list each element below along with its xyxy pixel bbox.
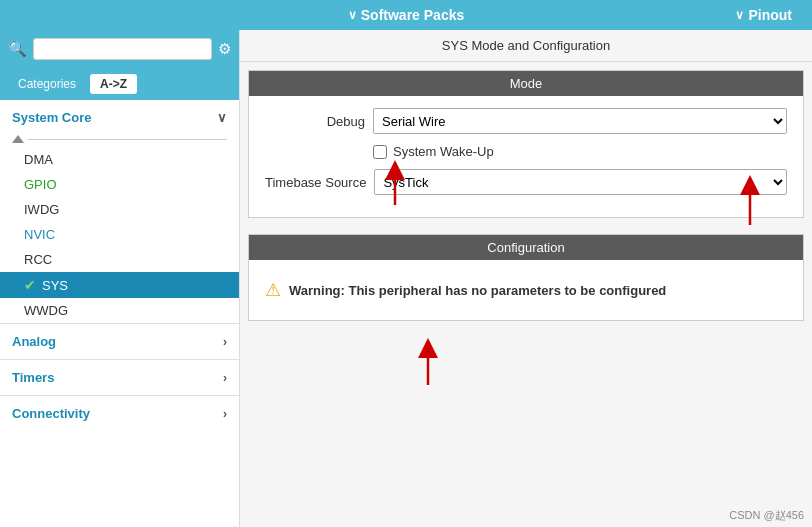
- mode-title: Mode: [249, 71, 803, 96]
- sidebar-section-connectivity[interactable]: Connectivity ›: [0, 395, 239, 431]
- sidebar-toolbar: 🔍 ⚙: [0, 30, 239, 68]
- timebase-select[interactable]: SysTick TIM1 TIM2: [374, 169, 787, 195]
- top-bar: ∨ Software Packs ∨ Pinout: [0, 0, 812, 30]
- sidebar-item-wwdg[interactable]: WWDG: [0, 298, 239, 323]
- tab-az[interactable]: A->Z: [90, 74, 137, 94]
- chevron-right-analog-icon: ›: [223, 335, 227, 349]
- connectivity-label: Connectivity: [12, 406, 90, 421]
- system-wakeup-row: System Wake-Up: [265, 144, 787, 159]
- nvic-label: NVIC: [24, 227, 55, 242]
- mode-section: Mode Debug Serial Wire JTAG (5 pins) JTA…: [248, 70, 804, 218]
- debug-select[interactable]: Serial Wire JTAG (5 pins) JTAG (4 pins) …: [373, 108, 787, 134]
- config-section: Configuration ⚠ Warning: This peripheral…: [248, 234, 804, 321]
- system-wakeup-checkbox[interactable]: [373, 145, 387, 159]
- search-icon[interactable]: 🔍: [8, 40, 27, 58]
- sidebar-item-iwdg[interactable]: IWDG: [0, 197, 239, 222]
- warning-icon: ⚠: [265, 279, 281, 301]
- chevron-down-pinout-icon: ∨: [735, 8, 744, 22]
- rcc-label: RCC: [24, 252, 52, 267]
- sidebar-item-sys[interactable]: ✔ SYS: [0, 272, 239, 298]
- sidebar-section-timers[interactable]: Timers ›: [0, 359, 239, 395]
- search-input[interactable]: [33, 38, 212, 60]
- debug-row: Debug Serial Wire JTAG (5 pins) JTAG (4 …: [265, 108, 787, 134]
- chevron-down-icon: ∨: [348, 8, 357, 22]
- system-wakeup-label: System Wake-Up: [393, 144, 494, 159]
- timebase-row: Timebase Source SysTick TIM1 TIM2: [265, 169, 787, 195]
- sys-check-icon: ✔: [24, 277, 36, 293]
- tab-categories[interactable]: Categories: [8, 74, 86, 94]
- gear-icon[interactable]: ⚙: [218, 40, 231, 58]
- sidebar-item-rcc[interactable]: RCC: [0, 247, 239, 272]
- timers-label: Timers: [12, 370, 54, 385]
- mode-body: Debug Serial Wire JTAG (5 pins) JTAG (4 …: [249, 96, 803, 217]
- triangle-up-icon: [12, 135, 24, 143]
- sidebar: 🔍 ⚙ Categories A->Z System Core ∨ DMA GP…: [0, 30, 240, 527]
- sidebar-tabs: Categories A->Z: [0, 68, 239, 100]
- sidebar-content: System Core ∨ DMA GPIO IWDG NVIC RCC: [0, 100, 239, 527]
- dma-label: DMA: [24, 152, 53, 167]
- gpio-label: GPIO: [24, 177, 57, 192]
- sidebar-item-nvic[interactable]: NVIC: [0, 222, 239, 247]
- sys-label: SYS: [42, 278, 68, 293]
- wwdg-label: WWDG: [24, 303, 68, 318]
- debug-label: Debug: [265, 114, 365, 129]
- config-body: ⚠ Warning: This peripheral has no parame…: [249, 260, 803, 320]
- watermark: CSDN @赵456: [729, 508, 804, 523]
- pinout-label: Pinout: [748, 7, 792, 23]
- sidebar-item-gpio[interactable]: GPIO: [0, 172, 239, 197]
- iwdg-label: IWDG: [24, 202, 59, 217]
- sidebar-item-dma[interactable]: DMA: [0, 147, 239, 172]
- config-title: Configuration: [249, 235, 803, 260]
- analog-label: Analog: [12, 334, 56, 349]
- sidebar-section-analog[interactable]: Analog ›: [0, 323, 239, 359]
- warning-text: Warning: This peripheral has no paramete…: [289, 283, 666, 298]
- timebase-label: Timebase Source: [265, 175, 366, 190]
- content-area: SYS Mode and Configuration Mode Debug Se…: [240, 30, 812, 527]
- content-header: SYS Mode and Configuration: [240, 30, 812, 62]
- chevron-down-icon: ∨: [217, 110, 227, 125]
- divider: [0, 131, 239, 147]
- system-core-header[interactable]: System Core ∨: [0, 104, 239, 131]
- system-core-label: System Core: [12, 110, 91, 125]
- chevron-right-timers-icon: ›: [223, 371, 227, 385]
- chevron-right-connectivity-icon: ›: [223, 407, 227, 421]
- software-packs-label: Software Packs: [361, 7, 465, 23]
